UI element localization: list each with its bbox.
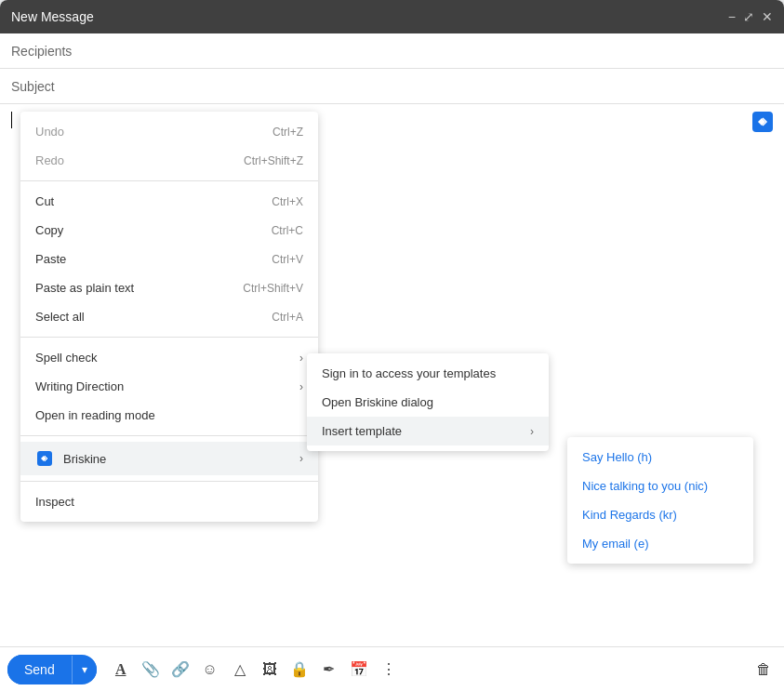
photo-icon: 🖼 — [262, 661, 277, 678]
inspect-label: Inspect — [35, 495, 74, 509]
attach-icon: 📎 — [141, 660, 160, 678]
send-dropdown-button[interactable]: ▾ — [72, 656, 97, 684]
briskine-sign-in[interactable]: Sign in to access your templates — [307, 359, 549, 388]
menu-divider-2 — [20, 337, 318, 338]
sign-in-text: Sign in to access your templates — [322, 366, 496, 380]
more-options-button[interactable]: ⋮ — [376, 657, 402, 683]
context-menu-briskine[interactable]: Briskine › — [20, 442, 318, 475]
recipients-field[interactable]: Recipients — [0, 33, 784, 69]
compose-header: New Message − ⤢ ✕ — [0, 0, 784, 33]
compose-toolbar: Send ▾ A 📎 🔗 ☺ △ 🖼 🔒 ✒ 📅 ⋮ — [0, 646, 784, 691]
select-all-label: Select all — [35, 310, 85, 324]
minimize-button[interactable]: − — [728, 9, 736, 24]
context-menu: Undo Ctrl+Z Redo Ctrl+Shift+Z Cut Ctrl+X… — [20, 112, 318, 522]
signature-icon: ✒ — [323, 660, 335, 678]
reading-mode-label: Open in reading mode — [35, 408, 155, 422]
subject-field[interactable]: Subject — [0, 69, 784, 104]
writing-direction-chevron: › — [299, 380, 303, 393]
open-dialog-label: Open Briskine dialog — [322, 395, 433, 409]
insert-template-label: Insert template — [322, 424, 402, 438]
context-menu-select-all[interactable]: Select all Ctrl+A — [20, 302, 318, 331]
template-say-hello-label: Say Hello (h) — [582, 450, 652, 464]
insert-link-button[interactable]: 🔗 — [167, 657, 193, 683]
briskine-floating-icon[interactable] — [752, 112, 773, 137]
signature-button[interactable]: ✒ — [316, 657, 342, 683]
briskine-menu-item-inner: Briskine — [35, 449, 106, 468]
context-menu-inspect[interactable]: Inspect — [20, 487, 318, 516]
cut-label: Cut — [35, 194, 54, 208]
template-say-hello[interactable]: Say Hello (h) — [567, 443, 753, 472]
template-my-email[interactable]: My email (e) — [567, 529, 753, 558]
trash-icon: 🗑 — [756, 661, 771, 678]
lock-button[interactable]: 🔒 — [286, 657, 312, 683]
attach-file-button[interactable]: 📎 — [138, 657, 164, 683]
insert-template-chevron: › — [530, 425, 534, 438]
recipients-label: Recipients — [11, 44, 72, 59]
context-menu-spell-check[interactable]: Spell check › — [20, 343, 318, 372]
copy-shortcut: Ctrl+C — [272, 224, 303, 237]
menu-divider-1 — [20, 180, 318, 181]
paste-shortcut: Ctrl+V — [272, 253, 303, 266]
drive-button[interactable]: △ — [227, 657, 253, 683]
writing-direction-label: Writing Direction — [35, 379, 124, 393]
compose-title: New Message — [11, 9, 94, 24]
header-actions: − ⤢ ✕ — [728, 9, 773, 24]
paste-plain-shortcut: Ctrl+Shift+V — [243, 282, 303, 295]
paste-label: Paste — [35, 252, 66, 266]
compose-window: New Message − ⤢ ✕ Recipients Subject Sen… — [0, 0, 784, 691]
select-all-shortcut: Ctrl+A — [272, 311, 303, 324]
more-icon: ⋮ — [381, 660, 396, 678]
spell-check-chevron: › — [299, 352, 303, 365]
copy-label: Copy — [35, 223, 63, 237]
context-menu-cut[interactable]: Cut Ctrl+X — [20, 187, 318, 216]
briskine-chevron: › — [299, 452, 303, 465]
calendar-button[interactable]: 📅 — [346, 657, 372, 683]
photo-button[interactable]: 🖼 — [257, 657, 283, 683]
calendar-icon: 📅 — [350, 660, 368, 678]
format-text-icon: A — [115, 661, 126, 678]
text-cursor — [11, 112, 12, 128]
spell-check-label: Spell check — [35, 351, 97, 365]
briskine-submenu: Sign in to access your templates Open Br… — [307, 353, 549, 451]
template-nice-talking-label: Nice talking to you (nic) — [582, 479, 708, 493]
format-text-button[interactable]: A — [108, 657, 134, 683]
close-button[interactable]: ✕ — [762, 9, 773, 24]
templates-submenu: Say Hello (h) Nice talking to you (nic) … — [567, 437, 753, 564]
template-kind-regards-label: Kind Regards (kr) — [582, 508, 677, 522]
cut-shortcut: Ctrl+X — [272, 195, 303, 208]
menu-divider-4 — [20, 481, 318, 482]
template-my-email-label: My email (e) — [582, 537, 649, 551]
undo-shortcut: Ctrl+Z — [272, 126, 303, 139]
drive-icon: △ — [234, 660, 246, 678]
emoji-icon: ☺ — [203, 661, 218, 678]
subject-label: Subject — [11, 79, 55, 94]
redo-shortcut: Ctrl+Shift+Z — [244, 154, 303, 167]
context-menu-redo[interactable]: Redo Ctrl+Shift+Z — [20, 146, 318, 175]
context-menu-reading-mode[interactable]: Open in reading mode — [20, 401, 318, 430]
context-menu-undo[interactable]: Undo Ctrl+Z — [20, 117, 318, 146]
send-button[interactable]: Send — [7, 655, 72, 684]
briskine-menu-icon — [35, 449, 54, 468]
context-menu-copy[interactable]: Copy Ctrl+C — [20, 216, 318, 245]
link-icon: 🔗 — [171, 660, 190, 678]
undo-label: Undo — [35, 125, 64, 139]
template-kind-regards[interactable]: Kind Regards (kr) — [567, 500, 753, 529]
template-nice-talking[interactable]: Nice talking to you (nic) — [567, 472, 753, 500]
menu-divider-3 — [20, 435, 318, 436]
briskine-label: Briskine — [63, 452, 106, 466]
emoji-button[interactable]: ☺ — [197, 657, 223, 683]
maximize-button[interactable]: ⤢ — [743, 9, 754, 24]
context-menu-writing-direction[interactable]: Writing Direction › — [20, 372, 318, 401]
paste-plain-label: Paste as plain text — [35, 281, 134, 295]
toolbar-right: 🗑 — [751, 657, 777, 683]
context-menu-paste-plain[interactable]: Paste as plain text Ctrl+Shift+V — [20, 273, 318, 302]
briskine-insert-template[interactable]: Insert template › — [307, 417, 549, 445]
context-menu-paste[interactable]: Paste Ctrl+V — [20, 245, 318, 273]
redo-label: Redo — [35, 153, 64, 167]
briskine-open-dialog[interactable]: Open Briskine dialog — [307, 388, 549, 417]
delete-button[interactable]: 🗑 — [751, 657, 777, 683]
send-button-group: Send ▾ — [7, 655, 97, 684]
lock-icon: 🔒 — [290, 660, 309, 678]
